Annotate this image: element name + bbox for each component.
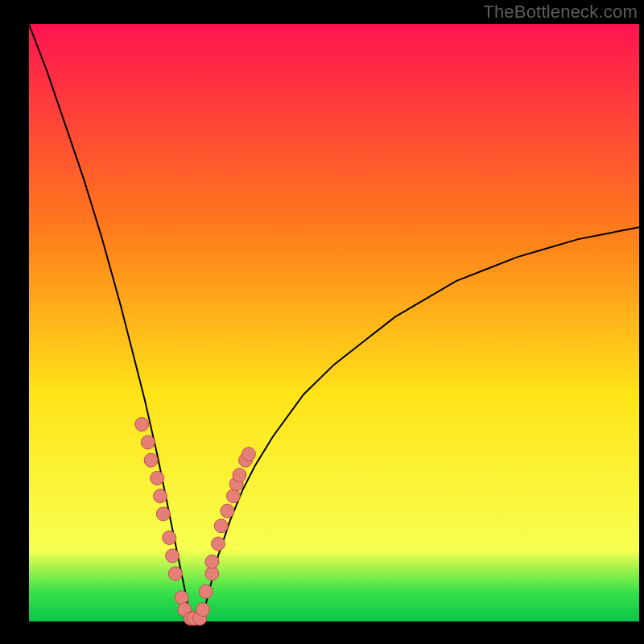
highlight-dot	[144, 453, 158, 467]
highlight-dot	[156, 507, 170, 521]
highlight-dot	[196, 603, 210, 617]
highlight-dot	[214, 519, 228, 533]
highlight-dot	[168, 567, 182, 580]
highlight-dot	[163, 531, 176, 545]
highlight-dot	[154, 489, 167, 503]
bottleneck-chart	[0, 0, 644, 644]
highlight-dot	[135, 418, 149, 431]
watermark-text: TheBottleneck.com	[483, 2, 638, 23]
highlight-dot	[233, 469, 246, 482]
plot-background	[29, 24, 639, 621]
highlight-dot	[242, 448, 255, 461]
highlight-dot	[141, 436, 155, 449]
highlight-dot	[226, 489, 240, 503]
highlight-dot	[199, 584, 213, 598]
highlight-dot	[221, 504, 234, 518]
highlight-dot	[175, 591, 188, 605]
chart-frame: TheBottleneck.com	[0, 0, 644, 644]
highlight-dot	[151, 471, 164, 485]
highlight-dot	[166, 549, 180, 563]
highlight-dot	[212, 537, 225, 551]
highlight-dot	[205, 555, 219, 568]
